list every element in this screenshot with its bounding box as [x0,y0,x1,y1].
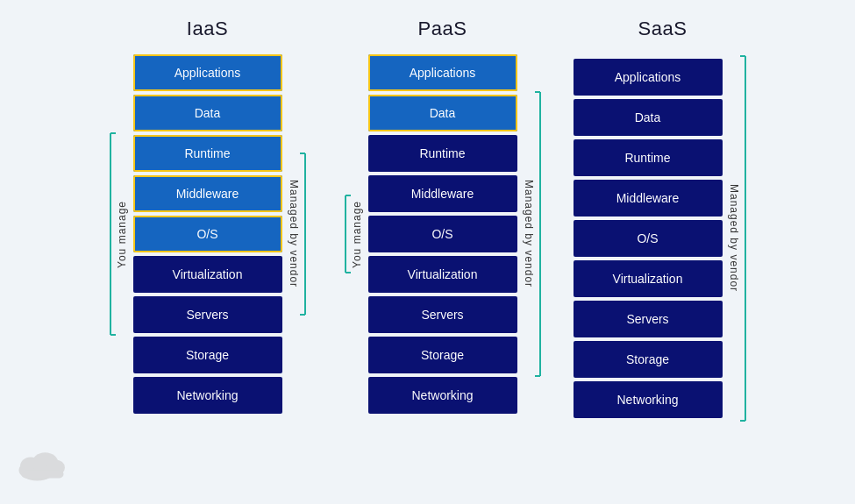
layer-paas-1: Data [368,95,517,131]
layer-saas-0: Applications [574,59,723,96]
layer-iaas-2: Runtime [133,135,282,172]
layer-saas-2: Runtime [574,139,723,176]
layer-iaas-3: Middleware [133,175,282,212]
left-bracket-paas [338,194,351,274]
layer-iaas-6: Servers [133,296,282,333]
layer-paas-8: Networking [368,377,517,414]
layer-iaas-8: Networking [133,377,282,414]
layer-saas-3: Middleware [574,180,723,217]
stack-iaas: Applications Data Runtime Middleware O/S… [133,54,282,414]
left-bracket-iaas [103,131,116,337]
diagram-container: IaaS You manage Application [0,0,855,504]
columns-row: IaaS You manage Application [103,18,752,422]
stack-saas: Applications Data Runtime Middleware O/S… [574,59,723,418]
layer-paas-5: Virtualization [368,256,517,293]
layer-saas-5: Virtualization [574,260,723,297]
layer-iaas-1: Data [133,95,282,131]
right-bracket-paas [535,90,547,378]
layer-saas-8: Networking [574,381,723,418]
layer-paas-2: Runtime [368,135,517,172]
column-body-paas: You manage Applications Data Runtime Mid… [338,54,547,414]
layer-paas-7: Storage [368,337,517,373]
left-label-iaas: You manage [116,201,128,268]
column-body-iaas: You manage Applications Data Runtime Mid… [103,54,312,414]
stack-paas: Applications Data Runtime Middleware O/S… [368,54,517,414]
layer-iaas-5: Virtualization [133,256,282,293]
right-bracket-iaas [300,152,312,316]
layer-paas-0: Applications [368,54,517,91]
cloud-icon [18,444,70,486]
layer-saas-4: O/S [574,220,723,257]
column-title-iaas: IaaS [187,18,228,40]
layer-saas-7: Storage [574,341,723,378]
layer-saas-1: Data [574,99,723,136]
layer-saas-6: Servers [574,301,723,337]
layer-paas-4: O/S [368,216,517,252]
layer-paas-3: Middleware [368,175,517,212]
left-label-paas: You manage [351,201,363,268]
column-body-saas: Applications Data Runtime Middleware O/S… [574,54,752,422]
layer-iaas-0: Applications [133,54,282,91]
column-iaas: IaaS You manage Application [103,18,312,414]
svg-rect-19 [22,470,64,478]
column-saas: SaaS Applications Data Runtime Middlewar… [574,18,752,422]
right-label-paas: Managed by vendor [523,180,535,287]
layer-iaas-4: O/S [133,216,282,252]
column-title-saas: SaaS [638,18,688,40]
right-label-iaas: Managed by vendor [288,180,300,287]
layer-iaas-7: Storage [133,337,282,373]
right-bracket-saas [740,54,752,422]
layer-paas-6: Servers [368,296,517,333]
right-label-saas: Managed by vendor [728,184,740,292]
column-paas: PaaS You manage Applications Data Runtim… [338,18,547,414]
column-title-paas: PaaS [418,18,467,40]
